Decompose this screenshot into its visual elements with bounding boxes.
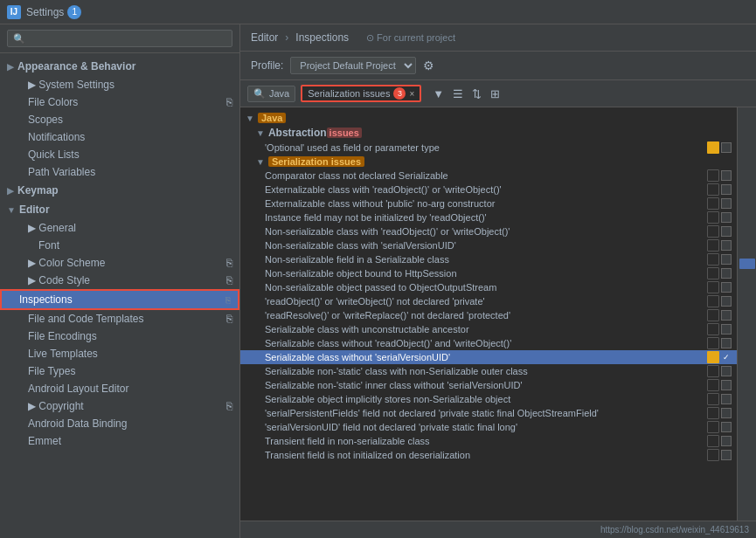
filter-btn-4[interactable]: ⊞	[488, 86, 503, 101]
sidebar-section-editor[interactable]: ▼ Editor	[0, 200, 239, 219]
abstraction-subsection: ▼ Abstraction issues 'Optional' used as …	[240, 125, 737, 155]
insp-item[interactable]: Serializable non-'static' class with non…	[240, 364, 737, 378]
sidebar-item-scopes[interactable]: Scopes	[0, 111, 239, 128]
sidebar-search-input[interactable]	[7, 30, 232, 47]
insp-item[interactable]: Serializable class without 'serialVersio…	[240, 350, 737, 364]
sidebar-item-general[interactable]: ▶ General	[0, 219, 239, 237]
sidebar-item-android-data-binding[interactable]: Android Data Binding	[0, 415, 239, 432]
insp-item[interactable]: Serializable object implicitly stores no…	[240, 392, 737, 406]
gutter-indicator	[739, 224, 755, 235]
close-icon[interactable]: ×	[409, 89, 414, 99]
check-box[interactable]: ✓	[721, 352, 732, 362]
check-box[interactable]	[721, 296, 732, 307]
sidebar-item-live-templates[interactable]: Live Templates	[0, 345, 239, 362]
sidebar-item-label: Android Layout Editor	[28, 383, 128, 395]
sidebar-item-font[interactable]: Font	[0, 237, 239, 254]
insp-item[interactable]: 'readResolve()' or 'writeReplace()' not …	[240, 308, 737, 322]
sidebar-item-label: Scopes	[28, 114, 63, 126]
severity-indicator	[707, 337, 719, 349]
check-box[interactable]	[721, 198, 732, 209]
check-box[interactable]	[721, 254, 732, 265]
gutter-indicator	[739, 156, 755, 167]
insp-item[interactable]: Non-serializable object passed to Object…	[240, 280, 737, 294]
insp-item[interactable]: Transient field is not initialized on de…	[240, 448, 737, 462]
check-box[interactable]	[721, 212, 732, 223]
insp-item[interactable]: Serializable non-'static' inner class wi…	[240, 378, 737, 392]
check-box[interactable]	[721, 436, 732, 446]
check-box[interactable]	[721, 170, 732, 181]
insp-item[interactable]: Non-serializable field in a Serializable…	[240, 252, 737, 266]
item-text: Serializable class without 'readObject()…	[265, 338, 707, 348]
filter-btn-2[interactable]: ☰	[450, 86, 466, 101]
insp-item[interactable]: Non-serializable class with 'serialVersi…	[240, 238, 737, 252]
sidebar-item-label: Emmet	[28, 435, 61, 447]
sidebar-item-file-encodings[interactable]: File Encodings	[0, 328, 239, 345]
insp-item[interactable]: Serializable class without 'readObject()…	[240, 336, 737, 350]
insp-item-optional[interactable]: 'Optional' used as field or parameter ty…	[240, 141, 737, 155]
breadcrumb-parent: Editor	[251, 31, 278, 44]
check-box[interactable]	[721, 422, 732, 432]
sidebar-item-quick-lists[interactable]: Quick Lists	[0, 146, 239, 163]
check-box[interactable]	[721, 268, 732, 279]
sidebar-item-path-variables[interactable]: Path Variables	[0, 163, 239, 181]
sidebar-item-emmet[interactable]: Emmet	[0, 432, 239, 450]
check-box[interactable]	[721, 282, 732, 293]
check-box[interactable]	[721, 450, 732, 460]
check-box[interactable]	[721, 240, 732, 251]
copy-icon: ⎘	[225, 295, 231, 305]
sidebar-item-file-and-code-templates[interactable]: File and Code Templates ⎘	[0, 310, 239, 328]
sidebar-item-code-style[interactable]: ▶ Code Style ⎘	[0, 272, 239, 289]
java-section-header[interactable]: ▼ Java	[240, 111, 737, 125]
check-box[interactable]	[721, 142, 732, 153]
sidebar-item-copyright[interactable]: ▶ Copyright ⎘	[0, 397, 239, 415]
serialization-header[interactable]: ▼ Serialization issues	[240, 155, 737, 169]
check-box[interactable]	[721, 408, 732, 418]
sidebar-item-inspections[interactable]: Inspections ⎘	[0, 289, 239, 310]
insp-item[interactable]: Non-serializable class with 'readObject(…	[240, 224, 737, 238]
insp-item[interactable]: Externalizable class with 'readObject()'…	[240, 183, 737, 197]
insp-item[interactable]: Non-serializable object bound to HttpSes…	[240, 266, 737, 280]
filter-btn-3[interactable]: ⇅	[469, 86, 484, 101]
sidebar-section-appearance[interactable]: ▶ Appearance & Behavior	[0, 57, 239, 76]
abstraction-label: Abstraction	[268, 127, 327, 139]
sidebar-item-android-layout-editor[interactable]: Android Layout Editor	[0, 380, 239, 397]
check-box[interactable]	[721, 394, 732, 404]
insp-item[interactable]: Serializable class with unconstructable …	[240, 322, 737, 336]
sidebar-item-notifications[interactable]: Notifications	[0, 128, 239, 146]
sidebar-item-file-colors[interactable]: File Colors ⎘	[0, 93, 239, 111]
sidebar-item-file-types[interactable]: File Types	[0, 362, 239, 380]
insp-item[interactable]: Instance field may not be initialized by…	[240, 210, 737, 224]
item-text: 'Optional' used as field or parameter ty…	[265, 142, 707, 153]
insp-item[interactable]: Externalizable class without 'public' no…	[240, 197, 737, 210]
insp-item[interactable]: Transient field in non-serializable clas…	[240, 434, 737, 448]
item-text: Non-serializable object passed to Object…	[265, 282, 707, 293]
filter-btn-1[interactable]: ▼	[430, 86, 447, 101]
copy-icon: ⎘	[226, 313, 232, 325]
for-current-project: ⊙ For current project	[366, 32, 455, 44]
sidebar-item-color-scheme[interactable]: ▶ Color Scheme ⎘	[0, 254, 239, 272]
check-box[interactable]	[721, 184, 732, 195]
sidebar-item-label: Notifications	[28, 131, 85, 143]
gutter-indicator	[739, 327, 755, 337]
inspections-list: ▼ Java ▼ Abstraction issues 'Optional' u…	[240, 107, 737, 521]
sidebar-item-system-settings[interactable]: ▶ System Settings	[0, 76, 239, 93]
gear-icon[interactable]: ⚙	[423, 59, 434, 72]
sidebar-section-keymap[interactable]: ▶ Keymap	[0, 181, 239, 200]
check-box[interactable]	[721, 338, 732, 348]
check-box[interactable]	[721, 324, 732, 335]
profile-select[interactable]: Project Default Project	[290, 57, 416, 74]
window-title: Settings	[26, 6, 64, 18]
insp-item[interactable]: 'readObject()' or 'writeObject()' not de…	[240, 294, 737, 308]
severity-indicator	[707, 253, 719, 266]
check-box[interactable]	[721, 380, 732, 390]
gutter-indicator	[739, 145, 755, 155]
gutter-indicator	[739, 202, 755, 212]
check-box[interactable]	[721, 310, 732, 321]
check-box[interactable]	[721, 226, 732, 237]
insp-item[interactable]: 'serialVersionUID' field not declared 'p…	[240, 420, 737, 434]
abstraction-header[interactable]: ▼ Abstraction issues	[240, 125, 737, 141]
insp-item[interactable]: 'serialPersistentFields' field not decla…	[240, 406, 737, 420]
profile-label: Profile:	[251, 59, 283, 72]
check-box[interactable]	[721, 366, 732, 376]
insp-item[interactable]: Comparator class not declared Serializab…	[240, 169, 737, 183]
